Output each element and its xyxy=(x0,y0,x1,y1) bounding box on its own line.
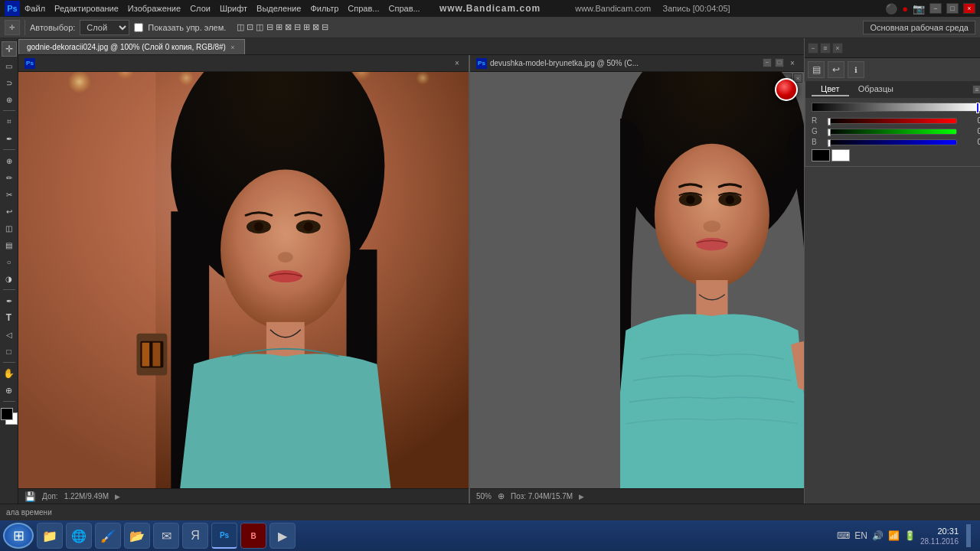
taskbar-mailru[interactable]: ✉ xyxy=(153,523,179,549)
color-swatches[interactable] xyxy=(1,408,18,425)
left-doc-arrow[interactable]: ▶ xyxy=(115,493,120,500)
hand-tool[interactable]: ✋ xyxy=(2,366,17,381)
left-toolbar: ✛ ▭ ⊃ ⊛ ⌗ ✒ ⊕ ✏ ✂ ↩ ◫ ▤ ○ ◑ ✒ T ◁ □ ✋ ⊕ xyxy=(0,38,18,504)
marquee-tool[interactable]: ▭ xyxy=(2,58,17,73)
bg-color-preview[interactable] xyxy=(831,149,850,161)
show-controls-checkbox[interactable] xyxy=(134,23,143,32)
lasso-tool[interactable]: ⊃ xyxy=(2,75,17,90)
color-panel-menu[interactable]: ≡ xyxy=(972,85,980,94)
color-spectrum-slider[interactable] xyxy=(976,103,979,113)
doc-right-collapse[interactable]: − xyxy=(763,58,772,67)
color-panel-body: R 0 G 0 xyxy=(805,98,980,166)
zoom-tool[interactable]: ⊕ xyxy=(2,383,17,398)
brush-tool[interactable]: ✏ xyxy=(2,170,17,185)
taskbar-chrome[interactable]: 🌐 xyxy=(66,523,92,549)
svg-rect-12 xyxy=(149,343,152,367)
svg-point-30 xyxy=(726,195,734,204)
doc-left-close[interactable]: × xyxy=(452,58,462,69)
menu-help2[interactable]: Справ... xyxy=(389,4,420,13)
eyedropper-tool[interactable]: ✒ xyxy=(2,131,17,146)
tray-battery[interactable]: 🔋 xyxy=(904,530,916,541)
g-slider-thumb[interactable] xyxy=(828,129,831,136)
minimize-button[interactable]: − xyxy=(929,3,942,14)
panel-collapse-3[interactable]: × xyxy=(832,43,843,54)
crop-tool[interactable]: ⌗ xyxy=(2,114,17,129)
clone-tool[interactable]: ✂ xyxy=(2,187,17,202)
maximize-button[interactable]: □ xyxy=(946,3,959,14)
taskbar-media[interactable]: ▶ xyxy=(270,523,296,549)
menu-filter[interactable]: Фильтр xyxy=(310,4,338,13)
doc-right-header-right: − □ × xyxy=(763,58,798,69)
taskbar-clock-area[interactable]: 20:31 28.11.2016 xyxy=(920,526,959,545)
tray-network[interactable]: 📶 xyxy=(888,530,900,541)
doc-left-header-left: Ps xyxy=(24,58,35,69)
eraser-tool[interactable]: ◫ xyxy=(2,220,17,236)
doc-left-header: Ps × xyxy=(18,55,469,72)
doc-right-restore[interactable]: □ xyxy=(775,58,784,67)
samples-tab[interactable]: Образцы xyxy=(849,83,903,96)
menu-help1[interactable]: Справ... xyxy=(348,4,379,13)
r-slider-thumb[interactable] xyxy=(828,118,831,126)
panel-collapse-2[interactable]: ≡ xyxy=(820,43,831,54)
svg-rect-11 xyxy=(142,343,149,367)
menu-image[interactable]: Изображение xyxy=(128,4,181,13)
layers-panel-btn[interactable]: ▤ xyxy=(808,61,825,78)
path-select-tool[interactable]: ◁ xyxy=(2,327,17,342)
b-slider[interactable] xyxy=(827,139,957,145)
right-doc-arrow[interactable]: ▶ xyxy=(579,493,584,500)
foreground-color-swatch[interactable] xyxy=(1,408,13,420)
taskbar-folder[interactable]: 📂 xyxy=(124,523,150,549)
taskbar-photoshop[interactable]: Ps xyxy=(211,523,237,549)
move-tool[interactable]: ✛ xyxy=(2,41,17,57)
panel-collapse-1[interactable]: − xyxy=(808,43,818,54)
start-button[interactable]: ⊞ xyxy=(3,523,34,549)
shape-tool[interactable]: □ xyxy=(2,344,17,359)
left-doc-size-label: Доп: xyxy=(42,492,58,500)
tab-doc-left-close[interactable]: × xyxy=(229,44,237,51)
tray-sound[interactable]: 🔊 xyxy=(872,530,884,541)
tab-doc-left[interactable]: godnie-dekoracii024.jpg @ 100% (Слой 0 к… xyxy=(18,39,245,54)
show-desktop-btn[interactable] xyxy=(966,524,971,547)
healing-tool[interactable]: ⊕ xyxy=(2,153,17,168)
taskbar-yandex[interactable]: Я xyxy=(182,523,208,549)
doc-right-canvas[interactable]: − ≡ × xyxy=(470,72,804,488)
taskbar-date: 28.11.2016 xyxy=(920,537,959,546)
menu-layers[interactable]: Слои xyxy=(190,4,211,13)
autoselect-dropdown[interactable]: Слой Группа xyxy=(80,20,129,35)
menu-file[interactable]: Файл xyxy=(24,4,45,13)
tray-keyboard[interactable]: ⌨ xyxy=(837,530,850,541)
menu-edit[interactable]: Редактирование xyxy=(54,4,119,13)
color-tab[interactable]: Цвет xyxy=(812,83,849,96)
color-spectrum-bar[interactable] xyxy=(812,103,980,112)
menu-font[interactable]: Шрифт xyxy=(220,4,247,13)
tray-lang[interactable]: EN xyxy=(854,530,867,541)
g-slider[interactable] xyxy=(827,129,957,135)
menu-select[interactable]: Выделение xyxy=(256,4,301,13)
type-tool[interactable]: T xyxy=(2,310,17,325)
left-photo-content xyxy=(18,72,469,488)
taskbar-paint[interactable]: 🖌️ xyxy=(95,523,121,549)
g-value: 0 xyxy=(960,127,980,135)
b-slider-thumb[interactable] xyxy=(828,139,831,147)
dodge-tool[interactable]: ◑ xyxy=(2,271,17,286)
blur-tool[interactable]: ○ xyxy=(2,254,17,269)
quick-select-tool[interactable]: ⊛ xyxy=(2,92,17,107)
fg-color-preview[interactable] xyxy=(812,149,830,161)
taskbar-explorer[interactable]: 📁 xyxy=(37,523,63,549)
pen-tool[interactable]: ✒ xyxy=(2,293,17,308)
doc-right-close[interactable]: × xyxy=(787,58,798,69)
workspace-label[interactable]: Основная рабочая среда xyxy=(863,21,975,34)
history-panel-btn[interactable]: ↩ xyxy=(828,61,844,78)
info-panel-btn[interactable]: ℹ xyxy=(848,61,864,78)
title-bar-left: Ps Файл Редактирование Изображение Слои … xyxy=(5,1,420,16)
left-photo-svg xyxy=(18,72,469,488)
history-tool[interactable]: ↩ xyxy=(2,204,17,219)
ps-logo: Ps xyxy=(5,1,20,16)
svg-point-21 xyxy=(304,222,313,231)
svg-point-26 xyxy=(655,144,769,288)
close-button[interactable]: × xyxy=(963,3,975,14)
doc-left-canvas[interactable] xyxy=(18,72,469,488)
taskbar-bandicam[interactable]: B xyxy=(240,523,266,549)
gradient-tool[interactable]: ▤ xyxy=(2,237,17,253)
r-slider[interactable] xyxy=(827,118,957,124)
